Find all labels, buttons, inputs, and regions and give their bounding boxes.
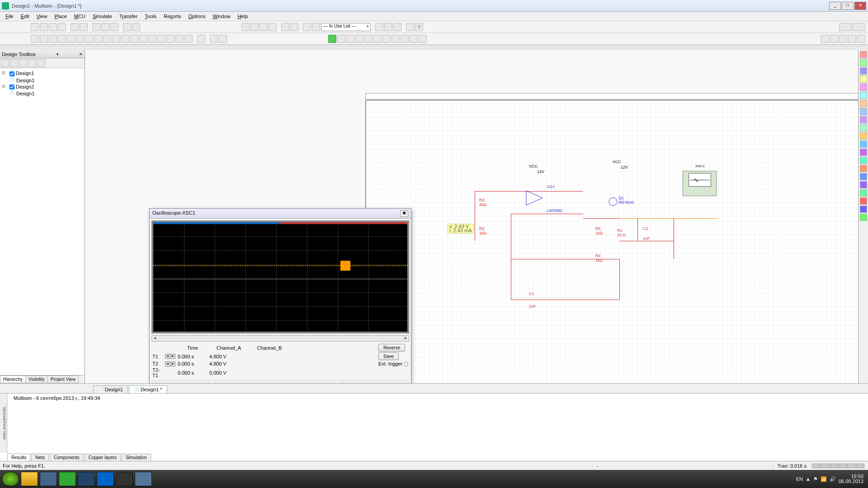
tb-a6[interactable] xyxy=(290,23,298,31)
mini-1[interactable] xyxy=(1,59,9,67)
tray-clock[interactable]: 19:50 06.09.2013 xyxy=(839,474,863,484)
instr-10[interactable] xyxy=(860,124,867,131)
instr-18[interactable] xyxy=(860,189,867,197)
oscilloscope-close-icon[interactable]: ✖ xyxy=(400,210,408,217)
maximize-button[interactable]: □ xyxy=(842,2,854,10)
zoom-fit-icon[interactable] xyxy=(848,35,856,43)
hierarchy-tree[interactable]: Design1 Design1 Design2 Design1 xyxy=(0,68,85,375)
pause-button[interactable] xyxy=(337,35,345,43)
help-icon[interactable]: ? xyxy=(415,23,423,31)
taskbar-app2-icon[interactable] xyxy=(40,472,57,486)
comp-16[interactable] xyxy=(166,35,175,43)
oscilloscope-instrument[interactable] xyxy=(683,171,717,196)
instr-17[interactable] xyxy=(860,181,867,188)
taskbar-chrome-icon[interactable] xyxy=(21,472,38,486)
oscilloscope-display[interactable] xyxy=(151,221,409,333)
comp-11[interactable] xyxy=(121,35,129,43)
tb-r2[interactable] xyxy=(853,23,865,31)
menu-transfer[interactable]: Transfer xyxy=(116,13,142,20)
taskbar-app6-icon[interactable] xyxy=(116,472,133,486)
minimize-button[interactable]: _ xyxy=(829,2,841,10)
sim-1[interactable] xyxy=(355,35,363,43)
t1-nav[interactable]: ◄► xyxy=(164,353,177,359)
instr-20[interactable] xyxy=(860,206,867,213)
doc-tab-2[interactable]: 📄 Design1 * xyxy=(129,385,167,393)
tree-check-2[interactable] xyxy=(9,84,14,89)
instr-6[interactable] xyxy=(860,92,867,99)
zoom-full-icon[interactable] xyxy=(857,35,865,43)
instr-12[interactable] xyxy=(860,141,867,148)
menu-simulate[interactable]: Simulate xyxy=(89,13,116,20)
comp-7[interactable] xyxy=(85,35,93,43)
instr-1[interactable] xyxy=(860,51,867,58)
oscilloscope-titlebar[interactable]: Oscilloscope-XSC1 ✖ xyxy=(150,209,411,219)
comp-17[interactable] xyxy=(175,35,184,43)
print-button[interactable] xyxy=(71,23,79,31)
comp-18[interactable] xyxy=(184,35,193,43)
reverse-button[interactable]: Reverse xyxy=(378,344,405,352)
menu-tools[interactable]: Tools xyxy=(141,13,160,20)
instr-7[interactable] xyxy=(860,100,867,107)
menu-file[interactable]: File xyxy=(2,13,17,20)
menu-mcu[interactable]: MCU xyxy=(71,13,89,20)
mini-3[interactable] xyxy=(19,59,27,67)
mosfet-icon[interactable] xyxy=(608,197,618,206)
comp-6[interactable] xyxy=(76,35,84,43)
sim-2[interactable] xyxy=(364,35,373,43)
oscilloscope-window[interactable]: Oscilloscope-XSC1 ✖ xyxy=(149,208,411,383)
logtab-copper[interactable]: Copper layers xyxy=(85,454,121,461)
tb-b1[interactable] xyxy=(375,23,383,31)
comp-19[interactable] xyxy=(197,35,205,43)
open-button[interactable] xyxy=(40,23,48,31)
save-scope-button[interactable]: Save xyxy=(378,352,399,360)
instr-3[interactable] xyxy=(860,67,867,75)
sim-7[interactable] xyxy=(410,35,418,43)
instr-2[interactable] xyxy=(860,59,867,66)
menu-place[interactable]: Place xyxy=(51,13,71,20)
zoom-in-icon[interactable] xyxy=(821,35,829,43)
comp-8[interactable] xyxy=(94,35,102,43)
tray-net-icon[interactable]: 📶 xyxy=(821,476,827,482)
comp-14[interactable] xyxy=(148,35,156,43)
instr-5[interactable] xyxy=(860,84,867,91)
logtab-results[interactable]: Results xyxy=(7,454,30,461)
comp-15[interactable] xyxy=(157,35,165,43)
tray-lang[interactable]: EN xyxy=(796,476,803,482)
paste-button[interactable] xyxy=(110,23,118,31)
tree-leaf-design1a[interactable]: Design1 xyxy=(2,77,83,84)
taskbar-multisim-icon[interactable] xyxy=(135,472,152,486)
scope-scrollbar[interactable] xyxy=(151,335,409,342)
comp-2[interactable] xyxy=(40,35,48,43)
ext-trigger-port[interactable] xyxy=(404,362,408,366)
zoom-area-icon[interactable] xyxy=(839,35,847,43)
comp-4[interactable] xyxy=(58,35,66,43)
sim-3[interactable] xyxy=(373,35,382,43)
mini-2[interactable] xyxy=(10,59,18,67)
menu-window[interactable]: Window xyxy=(209,13,234,20)
instr-8[interactable] xyxy=(860,108,867,115)
spreadsheet-view-tab[interactable]: Spreadsheet View xyxy=(0,394,7,453)
taskbar-app5-icon[interactable] xyxy=(97,472,114,486)
trace-cursor-icon[interactable] xyxy=(340,261,350,271)
comp-20[interactable] xyxy=(210,35,218,43)
comp-12[interactable] xyxy=(130,35,138,43)
redo-button[interactable] xyxy=(132,23,140,31)
menu-help[interactable]: Help xyxy=(234,13,252,20)
comp-1[interactable] xyxy=(31,35,39,43)
tab-hierarchy[interactable]: Hierarchy xyxy=(0,375,26,383)
tb-a4[interactable] xyxy=(269,23,277,31)
comp-10[interactable] xyxy=(112,35,120,43)
tray-up-icon[interactable]: ▲ xyxy=(806,476,811,482)
tb-a8[interactable] xyxy=(312,23,320,31)
tb-r1[interactable] xyxy=(839,23,852,31)
instr-13[interactable] xyxy=(860,149,867,156)
comp-3[interactable] xyxy=(49,35,57,43)
instr-21[interactable] xyxy=(860,214,867,221)
comp-13[interactable] xyxy=(139,35,147,43)
tb-a3[interactable] xyxy=(259,23,268,31)
sim-5[interactable] xyxy=(392,35,400,43)
comp-21[interactable] xyxy=(219,35,227,43)
tb-b4[interactable] xyxy=(406,23,414,31)
new-button[interactable] xyxy=(31,23,39,31)
tab-projectview[interactable]: Project View xyxy=(47,375,79,383)
